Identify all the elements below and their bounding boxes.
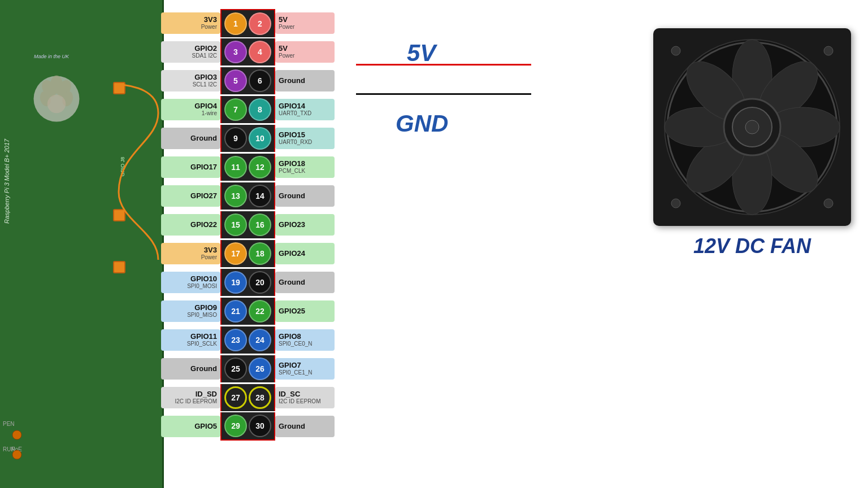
right-main-1: 5V	[279, 15, 288, 24]
pin-26: 26	[249, 358, 271, 380]
pin-18: 18	[249, 242, 271, 265]
right-label-row-14: ID_SCI2C ID EEPROM	[275, 387, 335, 408]
right-main-11: GPIO25	[279, 307, 305, 316]
svg-point-8	[12, 450, 21, 459]
pin-pair-15: 2930	[220, 412, 275, 441]
right-label-row-4: GPIO14UART0_TXD	[275, 99, 335, 120]
pin-row-11: GPIO9SPI0_MISO2122GPIO25	[161, 297, 335, 325]
pin-16: 16	[249, 213, 271, 236]
right-main-14: ID_SC	[279, 390, 300, 399]
svg-point-22	[671, 46, 680, 55]
right-label-row-3: Ground	[275, 70, 335, 91]
left-label-row-8: GPIO22	[161, 214, 220, 236]
left-sub-9: Power	[201, 254, 217, 261]
svg-point-21	[745, 120, 759, 134]
right-sub-14: I2C ID EEPROM	[279, 398, 320, 405]
right-label-row-9: GPIO24	[275, 243, 335, 264]
pin-pair-1: 12	[220, 9, 275, 37]
pin-13: 13	[224, 185, 247, 207]
svg-point-24	[671, 199, 680, 208]
gnd-label: GND	[396, 110, 448, 137]
left-main-14: ID_SD	[196, 390, 217, 399]
pin-28: 28	[249, 386, 271, 409]
right-sub-2: Power	[279, 53, 294, 59]
right-main-15: Ground	[279, 422, 305, 431]
led-indicators	[8, 426, 25, 472]
5v-wire	[356, 64, 531, 66]
svg-point-7	[12, 430, 21, 439]
left-label-row-12: GPIO11SPI0_SCLK	[161, 329, 220, 351]
left-sub-12: SPI0_SCLK	[187, 341, 217, 347]
pin-14: 14	[249, 185, 271, 207]
left-sub-4: 1-wire	[202, 110, 217, 117]
pin-row-4: GPIO41-wire78GPIO14UART0_TXD	[161, 95, 335, 124]
right-main-9: GPIO24	[279, 249, 305, 258]
right-sub-13: SPI0_CE1_N	[279, 369, 312, 376]
left-main-15: GPIO5	[194, 422, 217, 431]
pin-row-2: GPIO2SDA1 I2C345VPower	[161, 37, 335, 66]
pin-pair-12: 2324	[220, 326, 275, 354]
pin-pair-7: 1314	[220, 182, 275, 210]
orange-wire-decoration	[107, 79, 170, 277]
pin-pair-11: 2122	[220, 298, 275, 325]
right-main-3: Ground	[279, 76, 305, 85]
5v-label: 5V	[407, 40, 436, 67]
left-main-3: GPIO3	[194, 73, 217, 82]
left-main-9: 3V3	[204, 246, 217, 255]
pin-10: 10	[249, 127, 271, 150]
pin-22: 22	[249, 300, 271, 323]
right-label-row-12: GPIO8SPI0_CE0_N	[275, 329, 335, 351]
pin-row-8: GPIO221516GPIO23	[161, 210, 335, 239]
right-main-5: GPIO15	[279, 130, 305, 140]
pin-pair-5: 910	[220, 125, 275, 152]
right-label-row-2: 5VPower	[275, 41, 335, 63]
left-label-row-7: GPIO27	[161, 185, 220, 207]
right-main-13: GPIO7	[279, 361, 301, 370]
pin-7: 7	[224, 98, 247, 121]
gpio-pinout-table: 3V3Power125VPowerGPIO2SDA1 I2C345VPowerG…	[161, 8, 335, 441]
pin-30: 30	[249, 415, 271, 437]
left-label-row-14: ID_SDI2C ID EEPROM	[161, 387, 220, 408]
left-label-row-13: Ground	[161, 358, 220, 380]
pin-pair-4: 78	[220, 96, 275, 123]
pin-15: 15	[224, 213, 247, 236]
pin-row-9: 3V3Power1718GPIO24	[161, 239, 335, 268]
left-label-row-3: GPIO3SCL1 I2C	[161, 70, 220, 91]
left-label-row-2: GPIO2SDA1 I2C	[161, 41, 220, 63]
right-main-2: 5V	[279, 44, 288, 53]
right-main-7: Ground	[279, 191, 305, 201]
pin-11: 11	[224, 156, 247, 178]
pin-row-12: GPIO11SPI0_SCLK2324GPIO8SPI0_CE0_N	[161, 325, 335, 354]
pin-pair-13: 2526	[220, 355, 275, 382]
left-label-row-10: GPIO10SPI0_MOSI	[161, 272, 220, 293]
left-label-row-5: Ground	[161, 128, 220, 149]
pin-20: 20	[249, 271, 271, 294]
right-main-6: GPIO18	[279, 159, 305, 168]
pin-pair-2: 34	[220, 38, 275, 66]
left-sub-2: SDA1 I2C	[192, 53, 217, 59]
right-sub-4: UART0_TXD	[279, 110, 311, 117]
left-main-6: GPIO17	[190, 163, 217, 172]
pin-5: 5	[224, 69, 247, 92]
left-main-11: GPIO9	[194, 303, 217, 312]
pin-24: 24	[249, 329, 271, 351]
right-label-row-11: GPIO25	[275, 300, 335, 322]
right-label-row-7: Ground	[275, 185, 335, 207]
left-sub-14: I2C ID EEPROM	[175, 398, 217, 405]
fan-label: 12V DC FAN	[693, 234, 811, 258]
left-sub-1: Power	[201, 24, 217, 30]
fan-container: 12V DC FAN	[653, 28, 851, 258]
left-main-8: GPIO22	[190, 220, 217, 229]
left-sub-3: SCL1 I2C	[193, 81, 217, 88]
board-model-text: Raspberry Pi 3 Model B+ 2017	[3, 139, 10, 224]
left-main-5: Ground	[190, 134, 217, 143]
left-sub-11: SPI0_MISO	[187, 312, 217, 319]
pin-25: 25	[224, 358, 247, 380]
pin-pair-10: 1920	[220, 269, 275, 296]
right-main-8: GPIO23	[279, 220, 305, 229]
rpi-board: Made in the UK Raspberry Pi 3 Model B+ 2…	[0, 0, 164, 488]
made-in-uk: Made in the UK	[34, 54, 69, 59]
svg-point-6	[47, 95, 66, 113]
right-label-row-1: 5VPower	[275, 12, 335, 34]
pin-pair-14: 2728	[220, 384, 275, 411]
